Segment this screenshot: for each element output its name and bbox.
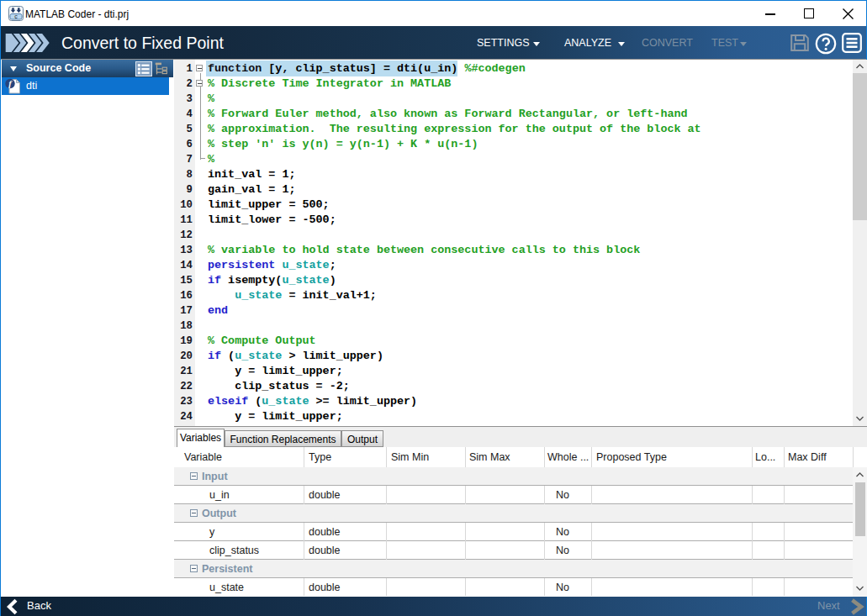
svg-text:c: c	[14, 13, 18, 19]
